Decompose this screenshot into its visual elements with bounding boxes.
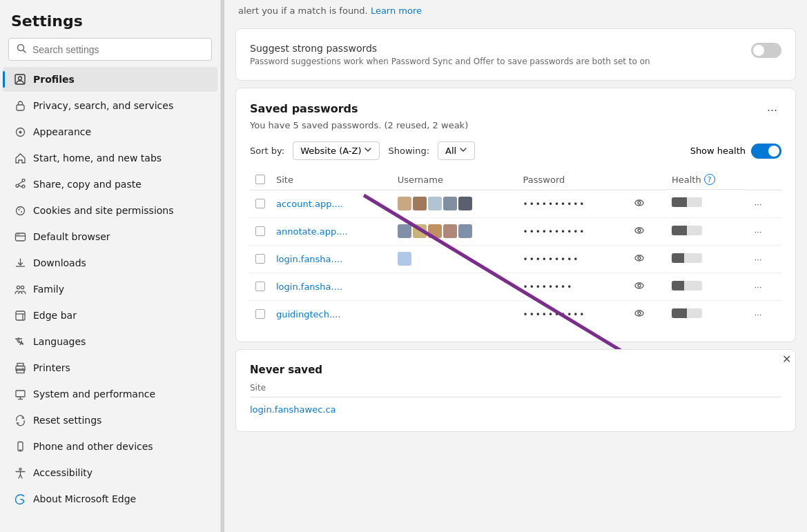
nav-printers[interactable]: Printers xyxy=(3,355,217,380)
row-more-btn[interactable]: ··· xyxy=(751,308,764,321)
sort-chevron-icon xyxy=(364,146,372,156)
nav-accessibility-label: Accessibility xyxy=(33,467,93,478)
search-box[interactable] xyxy=(8,38,212,61)
select-all-checkbox[interactable] xyxy=(255,175,265,184)
nav-default-browser[interactable]: Default browser xyxy=(3,224,217,249)
table-row: account.app.... •••••••••• xyxy=(250,190,781,217)
show-health-toggle[interactable] xyxy=(751,144,781,159)
health-bar xyxy=(672,308,702,318)
search-input[interactable] xyxy=(32,44,204,55)
saved-passwords-header: Saved passwords ··· xyxy=(250,102,781,117)
row-checkbox[interactable] xyxy=(255,199,265,208)
site-link[interactable]: guidingtech.... xyxy=(276,309,340,319)
never-saved-title: Never saved xyxy=(250,364,781,376)
nav-profiles[interactable]: Profiles xyxy=(3,67,217,92)
row-more-btn[interactable]: ··· xyxy=(751,225,764,238)
svg-point-8 xyxy=(18,209,19,210)
nav-appearance[interactable]: Appearance xyxy=(3,119,217,144)
password-dots: ••••••••• xyxy=(523,255,580,264)
svg-rect-4 xyxy=(17,105,24,110)
nav-default-browser-label: Default browser xyxy=(33,231,110,242)
profile-icon xyxy=(14,73,26,86)
never-saved-item[interactable]: login.fanshawec.ca xyxy=(250,402,781,417)
svg-rect-21 xyxy=(17,369,24,373)
nav-family[interactable]: Family xyxy=(3,277,217,302)
alert-text: alert you if a match is found. xyxy=(238,6,368,16)
row-checkbox[interactable] xyxy=(255,254,265,264)
row-more-btn[interactable]: ··· xyxy=(751,253,764,266)
col-username: Username xyxy=(392,170,518,190)
svg-point-30 xyxy=(638,201,641,204)
showing-select[interactable]: All xyxy=(438,141,475,160)
nav-reset[interactable]: Reset settings xyxy=(3,408,217,433)
nav-system-label: System and performance xyxy=(33,388,155,400)
nav-cookies[interactable]: Cookies and site permissions xyxy=(3,198,217,223)
saved-passwords-more-btn[interactable]: ··· xyxy=(763,102,781,117)
svg-point-15 xyxy=(17,286,19,288)
nav-start-home-label: Start, home, and new tabs xyxy=(33,152,162,164)
show-health-label: Show health xyxy=(690,146,746,156)
show-password-btn[interactable] xyxy=(631,196,648,212)
table-row: guidingtech.... •••••••••• ··· xyxy=(250,300,781,328)
svg-point-6 xyxy=(19,130,21,133)
never-saved-close-btn[interactable]: ✕ xyxy=(778,350,795,368)
system-icon xyxy=(14,388,26,400)
nav-accessibility[interactable]: Accessibility xyxy=(3,460,217,485)
edgebar-icon xyxy=(14,309,26,322)
nav-edge-bar[interactable]: Edge bar xyxy=(3,303,217,328)
cookie-icon xyxy=(14,204,26,217)
row-checkbox[interactable] xyxy=(255,226,265,236)
site-link[interactable]: account.app.... xyxy=(276,199,343,209)
nav-about-label: About Microsoft Edge xyxy=(33,493,136,504)
phone-icon xyxy=(14,440,26,453)
sort-by-label: Sort by: xyxy=(250,146,284,156)
show-password-btn[interactable] xyxy=(631,306,648,322)
alert-banner: alert you if a match is found. Learn mor… xyxy=(224,0,807,21)
svg-rect-17 xyxy=(16,311,25,320)
show-password-btn[interactable] xyxy=(631,279,648,295)
nav-share-copy[interactable]: Share, copy and paste xyxy=(3,172,217,197)
suggest-passwords-subtitle: Password suggestions work when Password … xyxy=(250,57,650,66)
showing-chevron-icon xyxy=(459,146,467,156)
show-password-btn[interactable] xyxy=(631,224,648,239)
never-saved-card: Never saved Site login.fanshawec.ca ✕ xyxy=(235,349,796,432)
learn-more-link[interactable]: Learn more xyxy=(371,6,422,16)
site-link[interactable]: annotate.app.... xyxy=(276,226,348,237)
nav-privacy[interactable]: Privacy, search, and services xyxy=(3,93,217,118)
health-help-icon[interactable]: ? xyxy=(704,174,715,185)
col-site: Site xyxy=(271,170,392,190)
nav-downloads-label: Downloads xyxy=(33,257,86,268)
sort-by-select[interactable]: Website (A-Z) xyxy=(293,141,380,160)
nav-system[interactable]: System and performance xyxy=(3,382,217,406)
show-password-btn[interactable] xyxy=(631,251,648,267)
lock-icon xyxy=(14,99,26,112)
nav-about[interactable]: About Microsoft Edge xyxy=(3,486,217,511)
saved-passwords-card: Saved passwords ··· You have 5 saved pas… xyxy=(235,88,796,342)
edge-icon xyxy=(14,493,26,505)
svg-point-10 xyxy=(19,208,20,208)
row-checkbox[interactable] xyxy=(255,282,265,291)
avatar-strip xyxy=(398,224,512,238)
row-more-btn[interactable]: ··· xyxy=(751,197,764,210)
health-bar xyxy=(672,226,702,235)
passwords-table: Site Username Password Health ? account.… xyxy=(250,170,781,328)
family-icon xyxy=(14,283,26,295)
saved-passwords-subtitle: You have 5 saved passwords. (2 reused, 2… xyxy=(250,120,781,130)
row-checkbox[interactable] xyxy=(255,309,265,319)
row-more-btn[interactable]: ··· xyxy=(751,280,764,293)
nav-downloads[interactable]: Downloads xyxy=(3,250,217,275)
printer-icon xyxy=(14,362,26,374)
nav-languages[interactable]: Languages xyxy=(3,329,217,354)
download-icon xyxy=(14,257,26,269)
search-icon xyxy=(16,43,27,56)
site-link[interactable]: login.fansha.... xyxy=(276,254,342,264)
nav-phone-label: Phone and other devices xyxy=(33,441,153,452)
nav-start-home[interactable]: Start, home, and new tabs xyxy=(3,146,217,170)
svg-point-28 xyxy=(19,468,21,470)
health-bar xyxy=(672,253,702,263)
site-link[interactable]: login.fansha.... xyxy=(276,282,342,292)
nav-languages-label: Languages xyxy=(33,336,86,347)
suggest-passwords-toggle[interactable] xyxy=(751,43,781,58)
avatar xyxy=(428,197,442,210)
nav-phone[interactable]: Phone and other devices xyxy=(3,434,217,459)
